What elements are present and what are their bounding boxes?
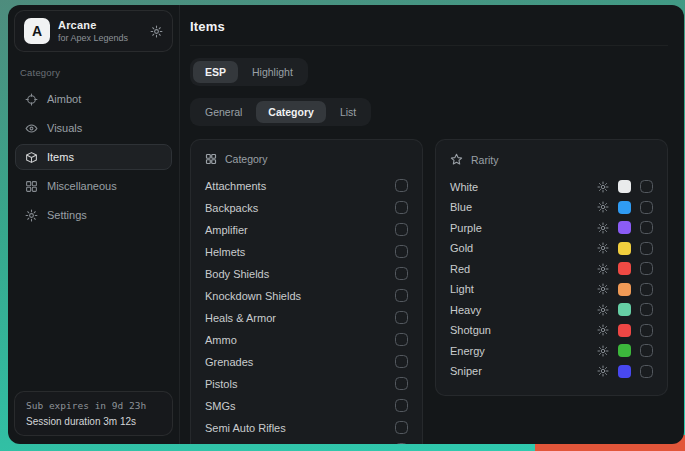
checkbox[interactable] <box>395 223 408 236</box>
sidebar-item-miscellaneous[interactable]: Miscellaneous <box>15 173 172 199</box>
checkbox[interactable] <box>640 201 653 214</box>
sidebar: A Arcane for Apex Legends Category <box>8 5 180 444</box>
checkbox[interactable] <box>395 377 408 390</box>
gear-icon[interactable] <box>597 181 609 193</box>
rarity-row-label: White <box>450 181 478 193</box>
app-subtitle: for Apex Legends <box>58 33 128 43</box>
app-window: A Arcane for Apex Legends Category <box>8 5 684 444</box>
panels-row: Category Attachments Backpacks <box>190 139 668 444</box>
rarity-row-label: Purple <box>450 222 482 234</box>
rarity-row-label: Shotgun <box>450 324 491 336</box>
category-row: Ammo <box>205 333 408 346</box>
tab-highlight[interactable]: Highlight <box>240 61 305 83</box>
rarity-panel-header: Rarity <box>450 153 653 166</box>
sidebar-item-items[interactable]: Items <box>15 144 172 170</box>
app-header-card: A Arcane for Apex Legends <box>14 10 173 52</box>
color-swatch[interactable] <box>618 303 631 316</box>
tab-list[interactable]: List <box>328 101 368 123</box>
checkbox[interactable] <box>395 267 408 280</box>
checkbox[interactable] <box>395 311 408 324</box>
color-swatch[interactable] <box>618 324 631 337</box>
color-swatch[interactable] <box>618 242 631 255</box>
color-swatch[interactable] <box>618 262 631 275</box>
sidebar-section-label: Category <box>20 67 167 78</box>
checkbox[interactable] <box>395 179 408 192</box>
checkbox[interactable] <box>395 201 408 214</box>
color-swatch[interactable] <box>618 344 631 357</box>
main-content: Items ESP Highlight General Category Lis… <box>180 5 684 444</box>
checkbox[interactable] <box>640 242 653 255</box>
sidebar-item-visuals[interactable]: Visuals <box>15 115 172 141</box>
rarity-row: Sniper <box>450 365 653 378</box>
checkbox[interactable] <box>640 262 653 275</box>
rarity-row: White <box>450 180 653 193</box>
rarity-row-label: Light <box>450 283 474 295</box>
tab-esp[interactable]: ESP <box>193 61 238 83</box>
color-swatch[interactable] <box>618 180 631 193</box>
category-row: Amplifier <box>205 223 408 236</box>
box-icon <box>25 151 38 164</box>
rarity-row-label: Sniper <box>450 365 482 377</box>
checkbox[interactable] <box>395 289 408 302</box>
gear-icon[interactable] <box>597 365 609 377</box>
session-duration-text: Session duration 3m 12s <box>26 416 161 427</box>
category-panel-title: Category <box>225 153 268 165</box>
category-row-label: Knockdown Shields <box>205 290 301 302</box>
category-row-label: Grenades <box>205 356 253 368</box>
rarity-row: Red <box>450 262 653 275</box>
desktop-background: A Arcane for Apex Legends Category <box>0 0 685 451</box>
gear-icon[interactable] <box>597 222 609 234</box>
checkbox[interactable] <box>640 283 653 296</box>
main-header: Items <box>190 5 668 46</box>
checkbox[interactable] <box>640 303 653 316</box>
checkbox[interactable] <box>640 221 653 234</box>
checkbox[interactable] <box>395 421 408 434</box>
color-swatch[interactable] <box>618 283 631 296</box>
sidebar-item-settings[interactable]: Settings <box>15 202 172 228</box>
checkbox[interactable] <box>640 365 653 378</box>
checkbox[interactable] <box>395 355 408 368</box>
checkbox[interactable] <box>395 333 408 346</box>
gear-icon[interactable] <box>597 201 609 213</box>
checkbox[interactable] <box>395 399 408 412</box>
category-row-label: Body Shields <box>205 268 269 280</box>
checkbox[interactable] <box>640 344 653 357</box>
checkbox[interactable] <box>640 180 653 193</box>
color-swatch[interactable] <box>618 221 631 234</box>
rarity-row-label: Red <box>450 263 470 275</box>
rarity-rows: White <box>450 180 653 378</box>
sub-expiry-text: Sub expires in 9d 23h <box>26 400 161 411</box>
color-swatch[interactable] <box>618 365 631 378</box>
gear-icon[interactable] <box>150 25 163 38</box>
rarity-row: Energy <box>450 344 653 357</box>
checkbox[interactable] <box>395 245 408 258</box>
sidebar-item-aimbot[interactable]: Aimbot <box>15 86 172 112</box>
color-swatch[interactable] <box>618 201 631 214</box>
rarity-row: Light <box>450 283 653 296</box>
tab-general[interactable]: General <box>193 101 254 123</box>
gear-icon[interactable] <box>597 345 609 357</box>
gear-icon[interactable] <box>597 324 609 336</box>
rarity-panel: Rarity White <box>435 139 668 396</box>
category-row: Attachments <box>205 179 408 192</box>
gear-icon[interactable] <box>597 283 609 295</box>
gear-icon[interactable] <box>597 304 609 316</box>
rarity-panel-title: Rarity <box>471 154 498 166</box>
checkbox[interactable] <box>395 443 408 444</box>
sidebar-item-label: Visuals <box>47 122 82 134</box>
rarity-row-label: Blue <box>450 201 472 213</box>
gear-icon[interactable] <box>597 263 609 275</box>
category-row-label: Ammo <box>205 334 237 346</box>
checkbox[interactable] <box>640 324 653 337</box>
category-row-label: Assault Rifles <box>205 444 272 445</box>
category-row-label: Attachments <box>205 180 266 192</box>
rarity-row-label: Energy <box>450 345 485 357</box>
sidebar-nav: Aimbot Visuals Ite <box>14 86 173 231</box>
category-row-label: Heals & Armor <box>205 312 276 324</box>
sidebar-item-label: Miscellaneous <box>47 180 117 192</box>
tab-category[interactable]: Category <box>256 101 326 123</box>
sidebar-item-label: Aimbot <box>47 93 81 105</box>
category-row: Heals & Armor <box>205 311 408 324</box>
gear-icon[interactable] <box>597 242 609 254</box>
category-row: Backpacks <box>205 201 408 214</box>
